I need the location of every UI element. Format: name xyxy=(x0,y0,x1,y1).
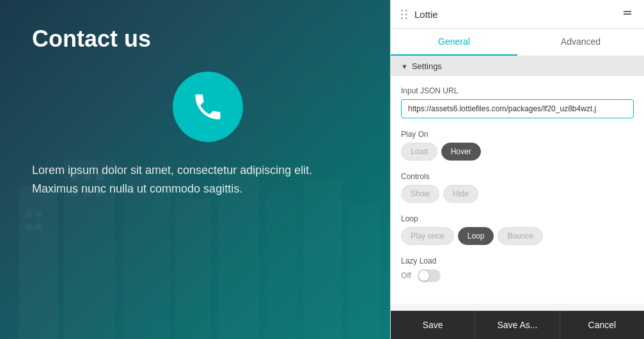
json-url-label: Input JSON URL xyxy=(401,86,634,95)
json-url-input[interactable] xyxy=(401,99,634,118)
phone-icon xyxy=(191,90,224,123)
svg-rect-4 xyxy=(35,224,42,230)
toggle-knob xyxy=(419,271,429,281)
controls-hide-button[interactable]: Hide xyxy=(443,185,478,203)
loop-buttons: Play once Loop Bounce xyxy=(401,227,634,245)
save-button[interactable]: Save xyxy=(391,311,475,339)
settings-panel: Lottie General Advanced ▼ Settings Input… xyxy=(390,0,644,339)
preview-panel: Contact us Lorem ipsum dolor sit amet, c… xyxy=(0,0,390,339)
lazy-load-row: Off xyxy=(401,269,634,282)
section-chevron: ▼ xyxy=(401,63,408,70)
panel-footer: Save Save As... Cancel xyxy=(391,310,644,339)
panel-title-area: Lottie xyxy=(401,9,438,20)
save-as-button[interactable]: Save As... xyxy=(475,311,560,339)
controls-group: Controls Show Hide xyxy=(401,172,634,203)
preview-body-text: Lorem ipsum dolor sit amet, consectetur … xyxy=(32,161,358,198)
svg-rect-17 xyxy=(349,205,381,339)
settings-content: Input JSON URL Play On Load Hover Contro… xyxy=(391,76,644,304)
play-on-load-button[interactable]: Load xyxy=(401,143,437,161)
loop-bounce-button[interactable]: Bounce xyxy=(498,227,543,245)
settings-body: ▼ Settings Input JSON URL Play On Load H… xyxy=(391,56,644,310)
cancel-button[interactable]: Cancel xyxy=(560,311,644,339)
preview-title: Contact us xyxy=(32,26,358,52)
play-on-label: Play On xyxy=(401,130,634,139)
controls-buttons: Show Hide xyxy=(401,185,634,203)
panel-title: Lottie xyxy=(414,9,438,20)
drag-handle[interactable] xyxy=(401,10,408,19)
loop-label: Loop xyxy=(401,214,634,223)
loop-group: Loop Play once Loop Bounce xyxy=(401,214,634,245)
play-on-buttons: Load Hover xyxy=(401,143,634,161)
tab-bar: General Advanced xyxy=(391,29,644,56)
lazy-load-label: Lazy Load xyxy=(401,256,634,265)
tab-advanced[interactable]: Advanced xyxy=(517,29,644,56)
loop-loop-button[interactable]: Loop xyxy=(458,227,494,245)
svg-rect-18 xyxy=(624,13,631,15)
lazy-off-label: Off xyxy=(401,271,411,280)
controls-label: Controls xyxy=(401,172,634,181)
lazy-load-toggle[interactable] xyxy=(418,269,441,282)
preview-content: Contact us Lorem ipsum dolor sit amet, c… xyxy=(0,0,390,224)
play-on-group: Play On Load Hover xyxy=(401,130,634,161)
play-on-hover-button[interactable]: Hover xyxy=(441,143,481,161)
lottie-animation xyxy=(173,72,243,142)
section-title: Settings xyxy=(412,61,442,71)
svg-rect-3 xyxy=(26,224,32,230)
json-url-group: Input JSON URL xyxy=(401,86,634,118)
settings-section-header[interactable]: ▼ Settings xyxy=(391,56,644,76)
minimize-button[interactable] xyxy=(621,8,634,20)
svg-rect-19 xyxy=(624,11,631,12)
panel-header: Lottie xyxy=(391,0,644,29)
loop-play-once-button[interactable]: Play once xyxy=(401,227,454,245)
controls-show-button[interactable]: Show xyxy=(401,185,439,203)
tab-general[interactable]: General xyxy=(391,29,517,56)
lazy-load-group: Lazy Load Off xyxy=(401,256,634,282)
